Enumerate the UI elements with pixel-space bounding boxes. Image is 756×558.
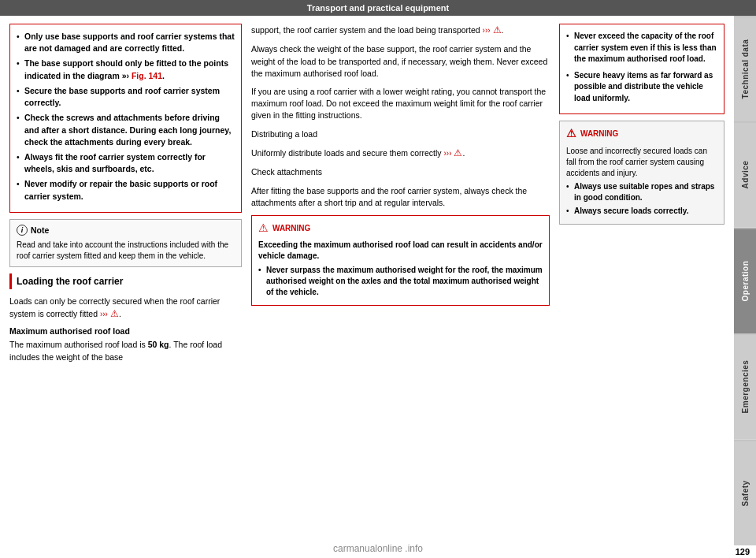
warning-grey-list: Always use suitable ropes and straps in … — [566, 181, 717, 217]
tab-technical-data[interactable]: Technical data — [734, 16, 756, 121]
safety-item-1: Only use base supports and roof carrier … — [17, 31, 235, 54]
distributing-header: Distributing a load — [251, 128, 550, 140]
main-layout: Only use base supports and roof carrier … — [0, 16, 756, 545]
tab-emergencies-label: Emergencies — [741, 360, 750, 414]
warning-tri-2: ⚠ — [493, 24, 502, 37]
check-text: After fitting the base supports and the … — [251, 185, 550, 209]
note-header: i Note — [17, 225, 235, 236]
loading-section-header: Loading the roof carrier — [9, 273, 242, 289]
safety-item-3: Secure the base supports and roof carrie… — [17, 85, 235, 109]
warning-grey-item-2: Always secure loads correctly. — [566, 206, 717, 217]
warning-grey-header: ⚠ WARNING — [566, 126, 717, 142]
middle-para2: Always check the weight of the base supp… — [251, 43, 550, 80]
loading-title: Loading the roof carrier — [17, 276, 123, 287]
content-area: Only use base supports and roof carrier … — [0, 16, 734, 545]
far-right-list: Never exceed the capacity of the roof ca… — [566, 31, 717, 104]
middle-col: support, the roof carrier system and the… — [251, 24, 550, 538]
tab-safety[interactable]: Safety — [734, 440, 756, 545]
warning-grey-label: WARNING — [580, 128, 618, 140]
tab-advice-label: Advice — [741, 161, 750, 189]
safety-item-2: The base support should only be fitted t… — [17, 58, 235, 81]
left-col: Only use base supports and roof carrier … — [9, 24, 242, 538]
arrow-icon-3: ››› — [444, 149, 452, 158]
warning-red-header: ⚠ WARNING — [258, 221, 543, 236]
safety-item-5: Always fit the roof carrier system corre… — [17, 151, 235, 175]
safety-instructions-box: Only use base supports and roof carrier … — [9, 24, 242, 213]
warning-grey-box: ⚠ WARNING Loose and incorrectly secured … — [559, 121, 724, 225]
sidebar-tabs: Technical data Advice Operation Emergenc… — [734, 16, 756, 545]
top-bar-title: Transport and practical equipment — [307, 3, 449, 13]
warning-red-item: Never surpass the maximum authorised wei… — [258, 265, 543, 298]
note-box: i Note Read and take into account the in… — [9, 219, 242, 267]
arrow-icon: ››› — [100, 310, 108, 318]
info-icon: i — [17, 225, 28, 236]
arrow-icon-2: ››› — [483, 26, 491, 35]
far-right-item-1: Never exceed the capacity of the roof ca… — [566, 31, 717, 65]
far-right-col: Never exceed the capacity of the roof ca… — [559, 24, 724, 538]
tab-advice[interactable]: Advice — [734, 121, 756, 227]
watermark: carmanualonline .info — [333, 543, 423, 554]
far-right-redbox: Never exceed the capacity of the roof ca… — [559, 24, 724, 114]
far-right-item-2: Secure heavy items as far forward as pos… — [566, 70, 717, 105]
max-load-label: Maximum authorised roof load — [9, 326, 242, 337]
middle-para3: If you are using a roof carrier with a l… — [251, 86, 550, 122]
tab-safety-label: Safety — [741, 480, 750, 506]
warning-red-text: Exceeding the maximum authorised roof lo… — [258, 240, 543, 262]
tab-technical-data-label: Technical data — [741, 39, 750, 99]
note-text: Read and take into account the instructi… — [17, 240, 235, 262]
warning-tri-icon: ⚠ — [258, 221, 269, 236]
tab-emergencies[interactable]: Emergencies — [734, 333, 756, 439]
note-label: Note — [31, 225, 49, 236]
warning-triangle-inline: ⚠ — [110, 307, 119, 321]
distributing-text: Uniformly distribute loads and secure th… — [251, 147, 550, 160]
tab-operation-label: Operation — [741, 261, 750, 302]
max-load-text: The maximum authorised roof load is 50 k… — [9, 339, 242, 363]
warning-label: WARNING — [272, 223, 310, 234]
warning-red-list: Never surpass the maximum authorised wei… — [258, 265, 543, 298]
loading-content: Loads can only be correctly secured when… — [9, 296, 242, 368]
check-header: Check attachments — [251, 166, 550, 178]
warning-tri-3: ⚠ — [454, 147, 462, 160]
safety-list: Only use base supports and roof carrier … — [17, 31, 235, 203]
middle-para1: support, the roof carrier system and the… — [251, 24, 550, 37]
safety-item-4: Check the screws and attachments before … — [17, 112, 235, 148]
warning-grey-tri: ⚠ — [566, 126, 576, 142]
top-bar: Transport and practical equipment — [0, 0, 756, 16]
tab-operation[interactable]: Operation — [734, 228, 756, 333]
warning-box-red: ⚠ WARNING Exceeding the maximum authoris… — [251, 215, 550, 306]
safety-item-6: Never modify or repair the basic support… — [17, 178, 235, 202]
warning-grey-item-1: Always use suitable ropes and straps in … — [566, 181, 717, 203]
loading-para1: Loads can only be correctly secured when… — [9, 296, 242, 322]
warning-grey-text: Loose and incorrectly secured loads can … — [566, 146, 717, 179]
